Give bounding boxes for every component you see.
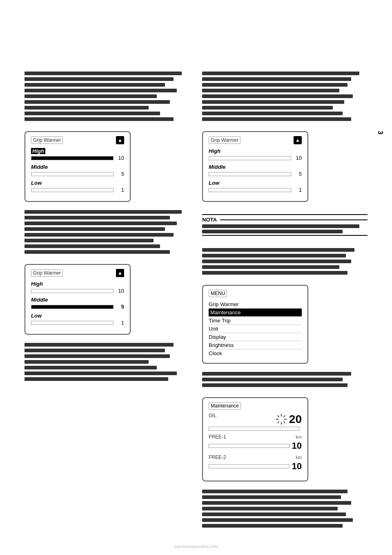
menu-panel-title: MENU xyxy=(209,290,227,297)
menu-item-time-trip: Time Trip xyxy=(209,317,302,325)
panel1-high-label: High xyxy=(31,148,45,154)
nota-label: NOTA xyxy=(202,217,217,223)
panel1-low-value: 1 xyxy=(116,187,124,193)
left-text-block-2 xyxy=(24,210,190,256)
nota-section: NOTA xyxy=(202,214,368,236)
menu-item-grip-warmer: Grip Warmer xyxy=(209,300,302,309)
panel3-title: Grip Warmer xyxy=(31,269,63,277)
panel3-middle-label: Middle xyxy=(31,297,48,303)
menu-item-display: Display xyxy=(209,333,302,341)
panel2-high-row: High 10 xyxy=(209,148,302,161)
panel3-middle-value: 5 xyxy=(116,304,124,310)
menu-item-maintenance: Maintenance xyxy=(209,309,302,317)
panel2-low-value: 1 xyxy=(294,187,302,193)
watermark: carmanualsonline.info xyxy=(174,544,218,549)
panel3-high-label: High xyxy=(31,281,43,287)
svg-line-4 xyxy=(277,416,279,417)
right-text-block-4 xyxy=(202,490,368,530)
oil-value: 20 xyxy=(289,413,302,426)
panel3-high-value: 10 xyxy=(116,288,124,294)
panel3-high-row: High 10 xyxy=(31,280,124,294)
panel1-middle-row: Middle 5 xyxy=(31,163,124,177)
right-text-block-1 xyxy=(202,72,368,123)
maintenance-oil-row: OIL xyxy=(209,413,302,431)
free2-label: FREE-2 xyxy=(209,454,226,460)
grip-warmer-panel-3: Grip Warmer ▲ High 10 Middle xyxy=(24,264,131,335)
panel3-low-row: Low 1 xyxy=(31,312,124,326)
panel3-warning-icon: ▲ xyxy=(116,269,124,277)
panel2-low-label: Low xyxy=(209,180,219,186)
grip-warmer-panel-2: Grip Warmer ▲ High 10 Middle xyxy=(202,131,308,202)
panel2-middle-value: 5 xyxy=(294,171,302,177)
free2-unit: km xyxy=(296,455,302,460)
svg-line-7 xyxy=(277,422,279,423)
panel1-high-value: 10 xyxy=(116,155,124,161)
panel2-high-label: High xyxy=(209,148,220,154)
left-text-block-1 xyxy=(24,72,190,123)
panel1-middle-label: Middle xyxy=(31,164,48,170)
maintenance-free2-row: FREE-2 km 10 xyxy=(209,454,302,472)
panel3-low-value: 1 xyxy=(116,320,124,326)
right-text-block-2 xyxy=(202,248,368,277)
panel2-warning-icon: ▲ xyxy=(294,136,302,144)
panel2-title: Grip Warmer xyxy=(209,137,241,144)
panel3-middle-row: Middle 5 xyxy=(31,296,124,310)
maintenance-free1-row: FREE-1 km 10 xyxy=(209,434,302,451)
menu-item-clock: Clock xyxy=(209,349,302,357)
page-number: 3 xyxy=(376,131,384,134)
panel2-middle-row: Middle 5 xyxy=(209,163,302,177)
panel2-low-row: Low 1 xyxy=(209,179,302,193)
right-text-block-3 xyxy=(202,372,368,389)
oil-label: OIL xyxy=(209,413,216,418)
free1-unit: km xyxy=(296,434,302,439)
maintenance-panel: Maintenance OIL xyxy=(202,397,308,481)
menu-item-brightness: Brightness xyxy=(209,341,302,349)
panel1-low-row: Low 1 xyxy=(31,179,124,193)
free1-value: 10 xyxy=(292,441,302,451)
panel1-title: Grip Warmer xyxy=(31,137,63,144)
menu-panel: MENU Grip Warmer Maintenance Time Trip U… xyxy=(202,285,308,364)
panel2-middle-label: Middle xyxy=(209,164,225,170)
free2-value: 10 xyxy=(292,461,302,472)
panel1-middle-value: 5 xyxy=(116,171,124,177)
panel1-warning-icon: ▲ xyxy=(116,136,124,144)
svg-line-6 xyxy=(283,416,285,417)
svg-line-5 xyxy=(283,422,285,423)
panel1-high-row: High 10 xyxy=(31,148,124,161)
left-text-block-3 xyxy=(24,343,190,383)
panel2-high-value: 10 xyxy=(294,155,302,161)
free1-label: FREE-1 xyxy=(209,434,226,440)
oil-sunburst-icon xyxy=(275,413,287,425)
panel1-low-label: Low xyxy=(31,180,42,186)
grip-warmer-panel-1: Grip Warmer ▲ High 10 Middle xyxy=(24,131,131,202)
panel3-low-label: Low xyxy=(31,313,42,319)
menu-item-unit: Unit xyxy=(209,325,302,333)
maintenance-panel-title: Maintenance xyxy=(209,402,241,410)
